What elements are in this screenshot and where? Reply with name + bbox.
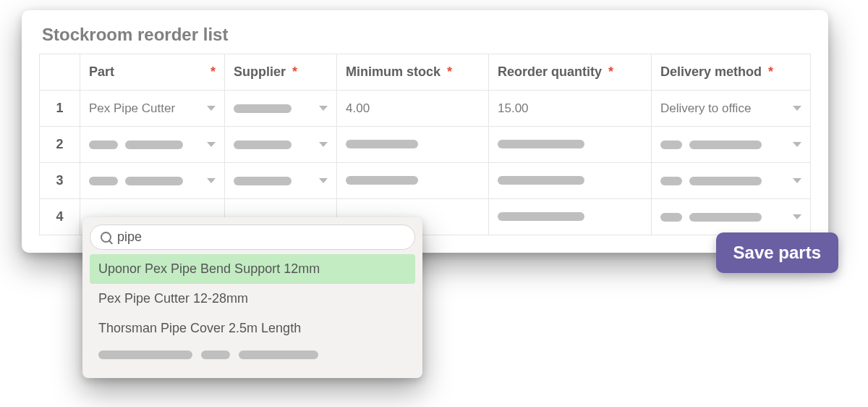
min-stock-value: 4.00	[346, 101, 370, 115]
required-mark: *	[768, 64, 773, 79]
dropdown-option[interactable]: Thorsman Pipe Cover 2.5m Length	[90, 314, 415, 343]
chevron-down-icon	[793, 178, 801, 183]
placeholder-bar	[660, 177, 682, 185]
chevron-down-icon	[793, 106, 801, 111]
reorder-qty-cell[interactable]: 15.00	[489, 91, 652, 127]
placeholder-bar	[498, 176, 584, 185]
row-number: 2	[40, 127, 80, 163]
required-mark: *	[608, 64, 613, 79]
reorder-table: Part * Supplier * Minimum stock * Reorde…	[39, 54, 811, 235]
placeholder-bar	[689, 177, 762, 185]
supplier-select-cell[interactable]	[225, 127, 337, 163]
placeholder-bar	[498, 140, 584, 148]
supplier-select-cell[interactable]	[225, 163, 337, 199]
chevron-down-icon	[207, 178, 216, 183]
table-header-row: Part * Supplier * Minimum stock * Reorde…	[40, 54, 811, 91]
search-input-wrap[interactable]	[90, 225, 415, 250]
placeholder-bar	[498, 212, 584, 221]
col-header-part: Part *	[80, 54, 225, 91]
placeholder-bar	[239, 351, 318, 359]
placeholder-bar	[689, 213, 762, 222]
required-mark: *	[292, 64, 297, 79]
placeholder-bar	[234, 177, 292, 185]
search-icon	[101, 232, 111, 243]
placeholder-bar	[89, 140, 118, 149]
placeholder-bar	[234, 140, 292, 149]
min-stock-cell[interactable]: 4.00	[337, 91, 489, 127]
chevron-down-icon	[319, 178, 328, 183]
chevron-down-icon	[319, 106, 328, 111]
chevron-down-icon	[793, 214, 801, 219]
delivery-select-cell[interactable]: Delivery to office	[652, 91, 811, 127]
reorder-qty-value: 15.00	[498, 101, 529, 115]
col-header-delivery: Delivery method *	[652, 54, 811, 91]
table-row: 2	[40, 127, 811, 163]
reorder-qty-cell[interactable]	[489, 127, 652, 163]
dropdown-option[interactable]: Uponor Pex Pipe Bend Support 12mm	[90, 254, 415, 284]
part-search-dropdown: Uponor Pex Pipe Bend Support 12mm Pex Pi…	[82, 217, 422, 378]
delivery-select-cell[interactable]	[652, 199, 811, 235]
placeholder-bar	[346, 176, 418, 185]
stockroom-reorder-card: Stockroom reorder list Part * Supplier *…	[22, 10, 828, 253]
col-header-delivery-label: Delivery method	[660, 64, 762, 79]
col-header-reorder-qty: Reorder quantity *	[489, 54, 652, 91]
col-header-supplier-label: Supplier	[234, 64, 286, 79]
required-mark: *	[447, 64, 452, 79]
placeholder-bar	[346, 140, 418, 148]
placeholder-bar	[689, 140, 762, 149]
table-row: 1 Pex Pipe Cutter 4.00	[40, 91, 811, 127]
col-header-reorder-qty-label: Reorder quantity	[498, 64, 602, 79]
row-number: 4	[40, 199, 80, 235]
chevron-down-icon	[207, 106, 216, 111]
row-number: 3	[40, 163, 80, 199]
chevron-down-icon	[207, 142, 216, 147]
min-stock-cell[interactable]	[337, 127, 489, 163]
chevron-down-icon	[793, 142, 801, 147]
dropdown-option[interactable]: Pex Pipe Cutter 12-28mm	[90, 284, 415, 314]
placeholder-bar	[125, 177, 183, 185]
part-select-cell[interactable]: Pex Pipe Cutter	[80, 91, 225, 127]
part-select-cell[interactable]	[80, 127, 225, 163]
delivery-select-cell[interactable]	[652, 163, 811, 199]
part-select-cell[interactable]	[80, 163, 225, 199]
placeholder-bar	[201, 351, 230, 359]
supplier-select-cell[interactable]	[225, 91, 337, 127]
placeholder-bar	[234, 104, 292, 113]
required-mark: *	[210, 64, 216, 80]
save-parts-button[interactable]: Save parts	[716, 232, 838, 273]
row-number: 1	[40, 91, 80, 127]
delivery-select-cell[interactable]	[652, 127, 811, 163]
col-header-part-label: Part	[89, 64, 114, 79]
placeholder-bar	[98, 351, 192, 359]
table-row: 3	[40, 163, 811, 199]
col-header-number	[40, 54, 80, 91]
col-header-min-stock-label: Minimum stock	[346, 64, 441, 79]
reorder-qty-cell[interactable]	[489, 163, 652, 199]
min-stock-cell[interactable]	[337, 163, 489, 199]
col-header-supplier: Supplier *	[225, 54, 337, 91]
part-value: Pex Pipe Cutter	[89, 101, 175, 116]
dropdown-option-placeholder	[90, 343, 415, 366]
chevron-down-icon	[319, 142, 328, 147]
placeholder-bar	[125, 140, 183, 149]
placeholder-bar	[660, 213, 682, 222]
card-title: Stockroom reorder list	[39, 25, 811, 45]
placeholder-bar	[89, 177, 118, 185]
delivery-value: Delivery to office	[660, 101, 751, 116]
placeholder-bar	[660, 140, 682, 149]
reorder-qty-cell[interactable]	[489, 199, 652, 235]
col-header-min-stock: Minimum stock *	[337, 54, 489, 91]
part-search-input[interactable]	[117, 230, 404, 245]
